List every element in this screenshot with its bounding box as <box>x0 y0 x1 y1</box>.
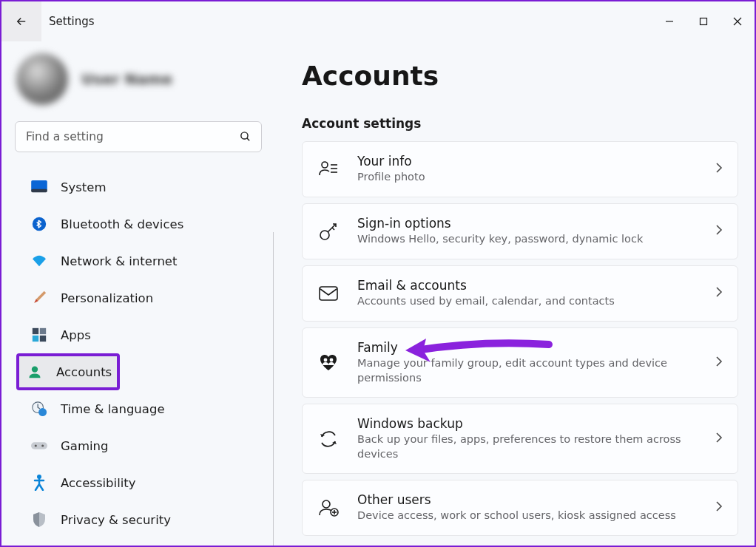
card-family[interactable]: Family Manage your family group, edit ac… <box>302 327 738 398</box>
sidebar-divider <box>273 232 274 547</box>
window-title: Settings <box>49 15 95 28</box>
gamepad-icon <box>31 438 47 454</box>
chevron-right-icon <box>715 162 723 177</box>
search-input[interactable] <box>15 121 262 152</box>
sidebar: User Name System Bluetooth & devices <box>1 41 275 547</box>
search-wrap <box>15 121 262 152</box>
card-signin-options[interactable]: Sign-in options Windows Hello, security … <box>302 203 738 259</box>
chevron-right-icon <box>715 286 723 301</box>
svg-rect-7 <box>31 189 47 193</box>
sidebar-item-gaming[interactable]: Gaming <box>6 427 271 464</box>
chevron-right-icon <box>715 356 723 370</box>
chevron-right-icon <box>715 500 723 515</box>
search-icon[interactable] <box>239 130 252 146</box>
card-desc: Device access, work or school users, kio… <box>357 509 698 523</box>
card-desc: Profile photo <box>357 170 698 185</box>
back-button[interactable] <box>1 1 41 41</box>
avatar <box>16 53 68 105</box>
minimize-icon <box>665 17 674 26</box>
your-info-icon <box>317 158 340 180</box>
card-title: Sign-in options <box>357 216 698 231</box>
svg-point-17 <box>35 444 37 446</box>
key-icon <box>317 220 340 242</box>
card-desc: Windows Hello, security key, password, d… <box>357 232 698 247</box>
arrow-left-icon <box>15 15 28 28</box>
sidebar-item-label: Personalization <box>61 291 153 305</box>
svg-rect-12 <box>40 336 46 342</box>
sidebar-item-privacy[interactable]: Privacy & security <box>6 501 271 538</box>
svg-line-5 <box>247 138 249 140</box>
wifi-icon <box>31 253 47 269</box>
svg-point-18 <box>41 444 44 446</box>
system-icon <box>31 179 47 195</box>
sidebar-item-system[interactable]: System <box>6 169 271 205</box>
heart-people-icon <box>317 352 340 374</box>
svg-rect-1 <box>701 18 707 25</box>
svg-point-13 <box>32 367 38 373</box>
bluetooth-icon <box>31 216 47 232</box>
card-title: Email & accounts <box>357 278 698 293</box>
main-content: Accounts Account settings Your info Prof… <box>275 41 755 547</box>
card-desc: Accounts used by email, calendar, and co… <box>357 294 698 309</box>
card-your-info[interactable]: Your info Profile photo <box>302 141 738 197</box>
minimize-button[interactable] <box>652 7 686 36</box>
sidebar-item-network[interactable]: Network & internet <box>6 242 271 279</box>
svg-point-28 <box>323 500 330 508</box>
profile-name: User Name <box>81 70 172 88</box>
brush-icon <box>31 290 47 306</box>
clock-globe-icon <box>31 401 47 417</box>
sidebar-item-label: Privacy & security <box>61 513 171 527</box>
card-other-users[interactable]: Other users Device access, work or schoo… <box>302 480 738 536</box>
sidebar-item-label: System <box>61 180 107 194</box>
sidebar-item-label: Apps <box>61 328 91 342</box>
chevron-right-icon <box>715 432 723 446</box>
close-button[interactable] <box>720 7 755 36</box>
card-desc: Manage your family group, edit account t… <box>357 356 698 385</box>
sidebar-item-label: Bluetooth & devices <box>61 217 183 231</box>
mail-icon <box>317 282 340 305</box>
add-user-icon <box>317 497 340 519</box>
chevron-right-icon <box>715 224 723 239</box>
window-controls <box>652 7 755 36</box>
sidebar-item-accessibility[interactable]: Accessibility <box>6 464 271 501</box>
sidebar-item-time-language[interactable]: Time & language <box>6 390 271 427</box>
sidebar-item-accounts[interactable]: Accounts <box>16 353 120 390</box>
svg-point-27 <box>330 358 334 361</box>
sidebar-item-bluetooth[interactable]: Bluetooth & devices <box>6 205 271 242</box>
close-icon <box>733 17 742 26</box>
sidebar-item-label: Accounts <box>56 365 112 379</box>
accessibility-icon <box>31 475 47 491</box>
card-title: Your info <box>357 154 698 169</box>
card-title: Windows backup <box>357 416 698 431</box>
svg-rect-10 <box>40 328 46 334</box>
sync-icon <box>317 428 340 450</box>
card-windows-backup[interactable]: Windows backup Back up your files, apps,… <box>302 404 738 474</box>
profile-block[interactable]: User Name <box>1 49 275 121</box>
card-email-accounts[interactable]: Email & accounts Accounts used by email,… <box>302 265 738 322</box>
sidebar-item-personalization[interactable]: Personalization <box>6 279 271 316</box>
sidebar-item-label: Gaming <box>61 439 109 453</box>
titlebar: Settings <box>1 1 755 41</box>
card-title: Family <box>357 340 698 355</box>
svg-rect-9 <box>33 328 38 334</box>
nav-list: System Bluetooth & devices Network & int… <box>1 169 275 538</box>
sidebar-item-apps[interactable]: Apps <box>6 316 271 353</box>
apps-icon <box>31 327 47 343</box>
svg-point-26 <box>324 358 328 361</box>
sidebar-item-label: Accessibility <box>61 476 136 490</box>
maximize-button[interactable] <box>686 7 720 36</box>
svg-point-15 <box>38 408 47 416</box>
section-title: Account settings <box>302 116 738 131</box>
sidebar-item-label: Time & language <box>61 402 165 416</box>
svg-point-4 <box>241 132 248 139</box>
sidebar-item-label: Network & internet <box>61 254 177 268</box>
svg-point-20 <box>322 162 328 168</box>
card-desc: Back up your files, apps, preferences to… <box>357 432 698 461</box>
shield-icon <box>31 512 47 528</box>
svg-rect-25 <box>320 287 337 300</box>
page-title: Accounts <box>302 61 738 91</box>
person-icon <box>27 364 43 380</box>
svg-rect-16 <box>31 442 47 449</box>
card-title: Other users <box>357 492 698 507</box>
maximize-icon <box>699 17 708 26</box>
